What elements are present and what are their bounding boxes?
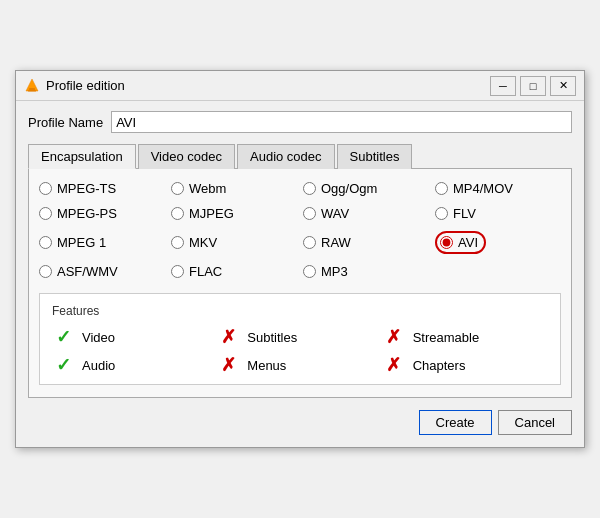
feature-streamable: ✗ Streamable — [383, 328, 548, 346]
avi-selected-wrapper: AVI — [435, 231, 486, 254]
minimize-button[interactable]: ─ — [490, 76, 516, 96]
feature-streamable-label: Streamable — [413, 330, 479, 345]
window-body: Profile Name Encapsulation Video codec A… — [16, 101, 584, 447]
svg-rect-1 — [29, 88, 35, 90]
format-mjpeg[interactable]: MJPEG — [171, 206, 297, 221]
format-asf[interactable]: ASF/WMV — [39, 264, 165, 279]
tab-video-codec[interactable]: Video codec — [138, 144, 235, 169]
profile-name-input[interactable] — [111, 111, 572, 133]
format-mp3[interactable]: MP3 — [303, 264, 429, 279]
cross-icon-streamable: ✗ — [383, 328, 405, 346]
empty-cell — [435, 264, 561, 279]
close-button[interactable]: ✕ — [550, 76, 576, 96]
feature-subtitles: ✗ Subtitles — [217, 328, 382, 346]
title-bar: Profile edition ─ □ ✕ — [16, 71, 584, 101]
feature-menus-label: Menus — [247, 358, 286, 373]
feature-video: ✓ Video — [52, 328, 217, 346]
create-button[interactable]: Create — [419, 410, 492, 435]
tab-encapsulation[interactable]: Encapsulation — [28, 144, 136, 169]
format-mpeg1[interactable]: MPEG 1 — [39, 231, 165, 254]
format-mpeg-ts[interactable]: MPEG-TS — [39, 181, 165, 196]
profile-name-row: Profile Name — [28, 111, 572, 133]
cross-icon-chapters: ✗ — [383, 356, 405, 374]
feature-subtitles-label: Subtitles — [247, 330, 297, 345]
feature-video-label: Video — [82, 330, 115, 345]
features-grid: ✓ Video ✗ Subtitles ✗ Streamable — [52, 328, 548, 374]
window-title: Profile edition — [46, 78, 490, 93]
format-flac[interactable]: FLAC — [171, 264, 297, 279]
format-mpeg-ps[interactable]: MPEG-PS — [39, 206, 165, 221]
maximize-button[interactable]: □ — [520, 76, 546, 96]
feature-audio: ✓ Audio — [52, 356, 217, 374]
check-icon-video: ✓ — [52, 328, 74, 346]
format-avi[interactable]: AVI — [435, 231, 561, 254]
feature-chapters: ✗ Chapters — [383, 356, 548, 374]
cross-icon-menus: ✗ — [217, 356, 239, 374]
profile-edition-window: Profile edition ─ □ ✕ Profile Name Encap… — [15, 70, 585, 448]
tabs: Encapsulation Video codec Audio codec Su… — [28, 143, 572, 169]
svg-rect-2 — [28, 90, 36, 92]
tab-subtitles[interactable]: Subtitles — [337, 144, 413, 169]
format-wav[interactable]: WAV — [303, 206, 429, 221]
vlc-icon — [24, 78, 40, 94]
format-mp4[interactable]: MP4/MOV — [435, 181, 561, 196]
profile-name-label: Profile Name — [28, 115, 103, 130]
tab-content-encapsulation: MPEG-TS Webm Ogg/Ogm MP4/MOV MPEG-P — [28, 169, 572, 398]
feature-menus: ✗ Menus — [217, 356, 382, 374]
tab-audio-codec[interactable]: Audio codec — [237, 144, 335, 169]
features-title: Features — [52, 304, 548, 318]
format-raw[interactable]: RAW — [303, 231, 429, 254]
cancel-button[interactable]: Cancel — [498, 410, 572, 435]
format-radio-grid: MPEG-TS Webm Ogg/Ogm MP4/MOV MPEG-P — [39, 181, 561, 279]
format-flv[interactable]: FLV — [435, 206, 561, 221]
check-icon-audio: ✓ — [52, 356, 74, 374]
cross-icon-subtitles: ✗ — [217, 328, 239, 346]
feature-audio-label: Audio — [82, 358, 115, 373]
format-webm[interactable]: Webm — [171, 181, 297, 196]
format-ogg[interactable]: Ogg/Ogm — [303, 181, 429, 196]
window-controls: ─ □ ✕ — [490, 76, 576, 96]
feature-chapters-label: Chapters — [413, 358, 466, 373]
features-box: Features ✓ Video ✗ Subtitles ✗ — [39, 293, 561, 385]
button-row: Create Cancel — [28, 410, 572, 435]
format-mkv[interactable]: MKV — [171, 231, 297, 254]
